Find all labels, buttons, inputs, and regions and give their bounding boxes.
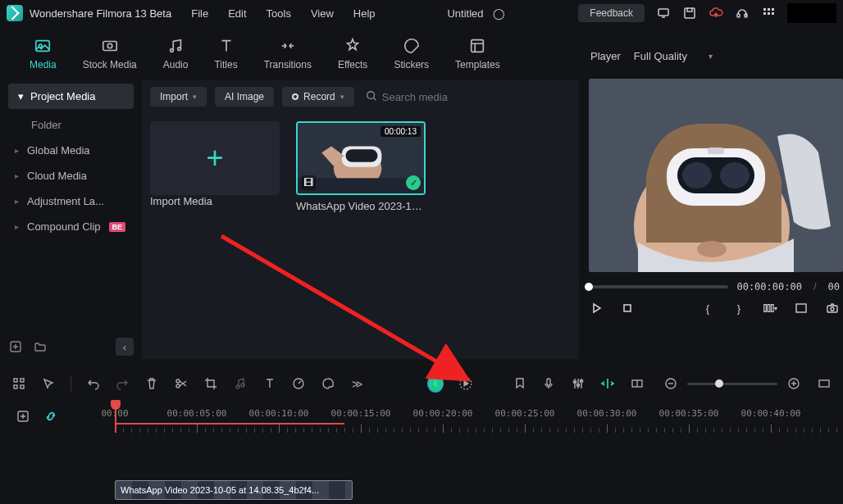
- svg-rect-22: [345, 149, 377, 162]
- audio-mixer-icon[interactable]: [571, 375, 586, 392]
- tab-stickers-label: Stickers: [394, 59, 429, 70]
- preview-settings-icon[interactable]: ▾: [763, 301, 777, 316]
- preview-video[interactable]: [589, 79, 843, 272]
- svg-rect-5: [768, 8, 770, 11]
- auto-ripple-icon[interactable]: [600, 375, 615, 392]
- tab-titles[interactable]: Titles: [214, 36, 237, 70]
- quality-dropdown[interactable]: Full Quality ▾: [634, 50, 713, 62]
- time-separator: /: [813, 280, 817, 293]
- zoom-slider[interactable]: [687, 383, 777, 385]
- feedback-button[interactable]: Feedback: [578, 4, 645, 22]
- save-icon[interactable]: [682, 6, 697, 20]
- add-track-icon[interactable]: [15, 408, 31, 425]
- cloud-upload-icon[interactable]: [709, 6, 723, 20]
- ruler-tick-1: 00:00:05:00: [167, 408, 227, 419]
- tab-transitions[interactable]: Transitions: [264, 36, 312, 70]
- tab-media[interactable]: Media: [30, 36, 57, 70]
- svg-point-13: [107, 43, 112, 48]
- tab-media-label: Media: [30, 59, 57, 70]
- undo-icon[interactable]: [86, 375, 101, 392]
- svg-rect-49: [547, 379, 550, 385]
- svg-rect-10: [36, 41, 50, 52]
- ai-image-button[interactable]: AI Image: [215, 87, 274, 107]
- progress-handle[interactable]: [585, 283, 593, 291]
- media-clip-tile[interactable]: 00:00:13 🎞 WhatsApp Video 2023-10-05...: [296, 121, 426, 212]
- document-title[interactable]: Untitled: [447, 7, 483, 20]
- effects-icon: [343, 36, 362, 56]
- timeline-ruler[interactable]: 00:00 00:00:05:00 00:00:10:00 00:00:15:0…: [82, 400, 843, 433]
- more-tools-icon[interactable]: ≫: [350, 375, 365, 392]
- text-icon[interactable]: [262, 375, 277, 392]
- tab-stickers[interactable]: Stickers: [394, 36, 429, 70]
- search-input[interactable]: [382, 91, 472, 103]
- fit-screen-icon[interactable]: [794, 301, 809, 316]
- mark-in-icon[interactable]: {: [700, 301, 715, 316]
- headphones-icon[interactable]: [735, 6, 750, 20]
- crop-icon[interactable]: [203, 375, 218, 392]
- sidebar-adjustment-layer[interactable]: ▸Adjustment La...: [8, 188, 134, 214]
- marker-icon[interactable]: [513, 375, 527, 392]
- mark-out-icon[interactable]: }: [731, 301, 746, 316]
- film-strip-icon: 🎞: [301, 175, 316, 190]
- tab-templates[interactable]: Templates: [455, 36, 500, 70]
- tab-audio[interactable]: Audio: [163, 36, 189, 70]
- voiceover-icon[interactable]: [542, 375, 557, 392]
- snapshot-icon[interactable]: [825, 301, 840, 316]
- collapse-sidebar-button[interactable]: ‹: [116, 338, 134, 356]
- ruler-tick-6: 00:00:30:00: [577, 408, 637, 419]
- svg-rect-0: [658, 9, 668, 16]
- sidebar-cloud-media[interactable]: ▸Cloud Media: [8, 163, 134, 188]
- record-dropdown[interactable]: Record▾: [282, 87, 354, 107]
- split-icon[interactable]: [174, 375, 189, 392]
- menu-view[interactable]: View: [311, 7, 334, 20]
- ai-assistant-icon[interactable]: [427, 375, 444, 393]
- ruler-tick-3: 00:00:15:00: [331, 408, 391, 419]
- delete-icon[interactable]: [144, 375, 159, 392]
- svg-rect-16: [472, 40, 484, 52]
- import-dropdown[interactable]: Import▾: [150, 87, 207, 107]
- menu-file[interactable]: File: [191, 7, 208, 20]
- audio-detach-icon[interactable]: [233, 375, 248, 392]
- zoom-handle[interactable]: [715, 379, 723, 388]
- timeline-clip[interactable]: WhatsApp Video 2023-10-05 at 14.08.35_4b…: [115, 480, 353, 500]
- sidebar-compound-clip[interactable]: ▸Compound ClipBE: [8, 214, 134, 239]
- caret-right-icon: ▸: [15, 171, 19, 180]
- svg-point-18: [367, 91, 374, 98]
- play-button[interactable]: [589, 301, 604, 316]
- sidebar-global-media[interactable]: ▸Global Media: [8, 138, 134, 163]
- clip-duration: 00:00:13: [380, 126, 421, 137]
- new-folder-icon[interactable]: [33, 339, 48, 354]
- new-bin-icon[interactable]: [8, 339, 23, 354]
- sidebar-folder[interactable]: Folder: [8, 112, 134, 138]
- zoom-in-icon[interactable]: [786, 375, 802, 392]
- beta-badge: BE: [109, 222, 126, 232]
- redo-icon[interactable]: [115, 375, 130, 392]
- menu-help[interactable]: Help: [353, 7, 376, 20]
- tab-effects[interactable]: Effects: [338, 36, 367, 70]
- menu-edit[interactable]: Edit: [228, 7, 246, 20]
- track-manager-icon[interactable]: [11, 375, 26, 392]
- menu-tools[interactable]: Tools: [267, 7, 291, 20]
- grid-apps-icon[interactable]: [761, 6, 776, 20]
- record-dot-icon: [292, 93, 298, 100]
- account-slot[interactable]: [787, 3, 836, 23]
- caret-right-icon: ▸: [15, 197, 19, 206]
- select-tool-icon[interactable]: [41, 375, 56, 392]
- zoom-out-icon[interactable]: [663, 375, 679, 392]
- snap-icon[interactable]: [630, 375, 645, 392]
- zoom-fit-icon[interactable]: [817, 375, 832, 392]
- monitor-icon[interactable]: [656, 6, 671, 20]
- tab-stock-media[interactable]: Stock Media: [83, 36, 137, 70]
- link-icon[interactable]: [43, 408, 59, 425]
- speed-icon[interactable]: [291, 375, 306, 392]
- svg-rect-36: [796, 304, 806, 312]
- render-preview-icon[interactable]: [458, 375, 473, 392]
- tab-transitions-label: Transitions: [264, 59, 312, 70]
- preview-progress-slider[interactable]: [589, 285, 728, 288]
- svg-rect-41: [14, 385, 17, 388]
- color-icon[interactable]: [321, 375, 335, 392]
- import-media-tile[interactable]: + Import Media: [150, 121, 280, 207]
- sidebar-project-media[interactable]: ▾ Project Media: [8, 84, 134, 109]
- svg-point-29: [720, 162, 750, 188]
- stop-button[interactable]: [620, 301, 635, 316]
